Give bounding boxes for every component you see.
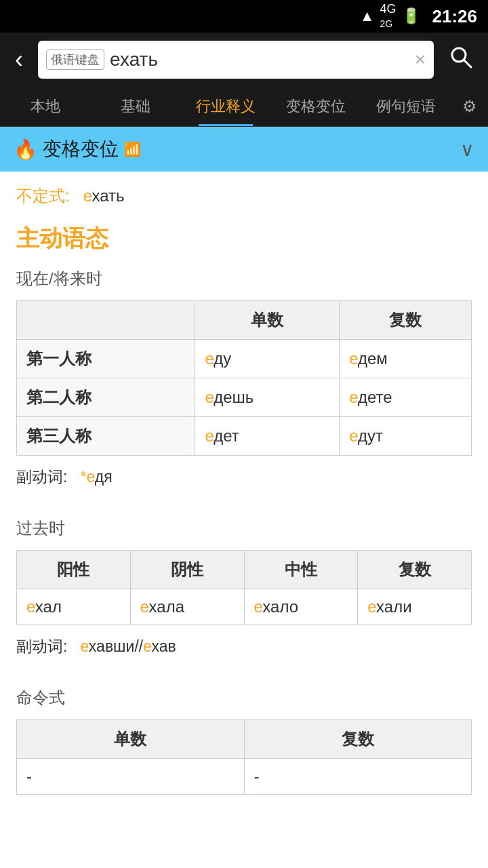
person-1: 第一人称 [17,340,195,378]
imp-col-plural: 复数 [244,720,472,759]
infinitive-rest: хать [92,186,125,205]
table-row: ехал ехала ехало ехали [17,589,472,625]
table-row: 第二人称 едешь едете [17,378,472,417]
top-bar: ‹ 俄语键盘 ехать × [0,33,488,87]
search-input[interactable]: ехать [110,49,409,71]
search-button[interactable] [442,42,480,78]
back-button[interactable]: ‹ [8,43,30,77]
adverb-past-label: 副动词: [16,637,67,655]
present-future-label: 现在/将来时 [16,268,472,290]
past-col-fem: 阴性 [130,551,244,589]
section-header-title: 🔥 变格变位 📶 [14,136,141,162]
keyboard-tag[interactable]: 俄语键盘 [46,50,104,70]
tab-basic[interactable]: 基础 [90,87,180,126]
tab-local[interactable]: 本地 [0,87,90,126]
imp-plural: - [244,759,472,795]
clock: 21:26 [432,6,478,27]
infinitive-label: 不定式: [16,186,70,205]
status-bar: ▲ 4G2G 🔋 21:26 [0,0,488,33]
plural-2: едете [340,378,472,417]
signal-icon: 4G2G [380,2,396,31]
imp-col-singular: 单数 [17,720,245,759]
divider-2 [16,673,472,687]
plural-3: едут [340,417,472,456]
settings-button[interactable]: ⚙ [451,87,488,125]
singular-2: едешь [195,378,340,417]
col-header-plural: 复数 [340,301,472,340]
past-label: 过去时 [16,517,472,539]
tab-industry[interactable]: 行业释义 [180,87,270,126]
past-masc: ехал [17,589,131,625]
past-col-masc: 阳性 [17,551,131,589]
past-fem: ехала [130,589,244,625]
past-neut: ехало [244,589,358,625]
adverb-present-line: 副动词: *едя [16,467,472,488]
tab-bar: 本地 基础 行业释义 变格变位 例句短语 ⚙ [0,87,488,127]
col-header-empty [17,301,195,340]
battery-icon: 🔋 [402,7,420,25]
person-3: 第三人称 [17,417,195,456]
search-box: 俄语键盘 ехать × [38,41,434,79]
past-col-plur: 复数 [358,551,472,589]
singular-3: едет [195,417,340,456]
imperative-label: 命令式 [16,687,472,709]
tab-examples[interactable]: 例句短语 [361,87,451,126]
status-icons: ▲ 4G2G 🔋 [360,2,420,31]
present-future-table: 单数 复数 第一人称 еду едем 第二人称 едешь едете 第三人… [16,300,472,456]
person-2: 第二人称 [17,378,195,417]
divider [16,504,472,517]
table-row: 第一人称 еду едем [17,340,472,378]
section-header[interactable]: 🔥 变格变位 📶 ∨ [0,127,488,172]
col-header-singular: 单数 [195,301,340,340]
adverb-label: 副动词: [16,468,67,486]
tab-conjugation[interactable]: 变格变位 [271,87,361,126]
content-area: 🔥 变格变位 📶 ∨ 不定式: ехать 主动语态 现在/将来时 单数 复数 [0,127,488,868]
past-table: 阳性 阴性 中性 复数 ехал ехала ехало ехали [16,550,472,625]
past-col-neut: 中性 [244,551,358,589]
svg-line-1 [464,60,471,67]
wifi-small-icon: 📶 [124,141,141,157]
active-voice-title: 主动语态 [16,223,472,254]
plural-1: едем [340,340,472,378]
table-row: 第三人称 едет едут [17,417,472,456]
table-row: - - [17,759,472,795]
wifi-icon: ▲ [360,7,375,25]
singular-1: еду [195,340,340,378]
infinitive-prefix: е [83,186,92,205]
imp-singular: - [17,759,245,795]
infinitive-line: 不定式: ехать [16,185,472,207]
past-plur: ехали [358,589,472,625]
fire-icon: 🔥 [14,138,37,161]
clear-button[interactable]: × [415,49,426,71]
content-body: 不定式: ехать 主动语态 现在/将来时 单数 复数 第一人称 еду ед… [0,172,488,819]
imperative-table: 单数 复数 - - [16,719,472,795]
adverb-past-line: 副动词: ехавши//ехав [16,636,472,657]
chevron-down-icon[interactable]: ∨ [460,138,474,161]
